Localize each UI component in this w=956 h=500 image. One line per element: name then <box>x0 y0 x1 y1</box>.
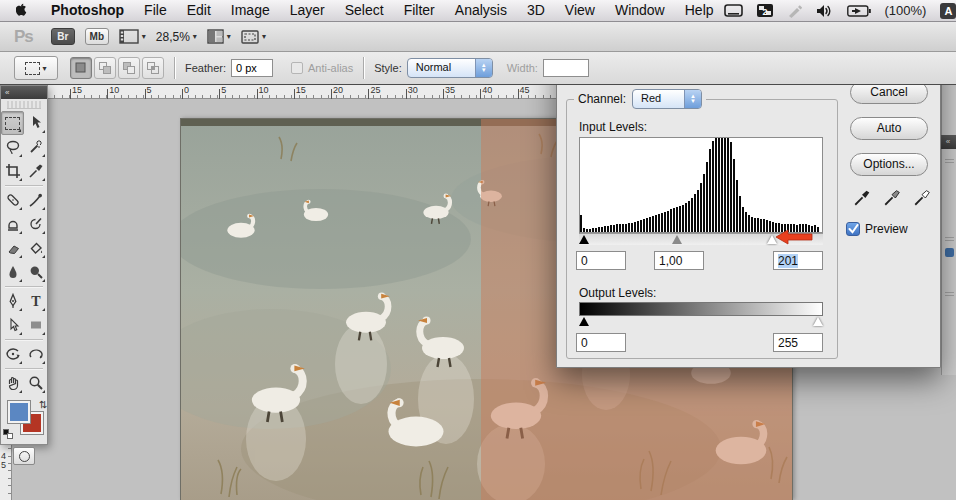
menu-help[interactable]: Help <box>675 0 724 21</box>
view-extras-dropdown[interactable]: ▾ <box>119 29 146 44</box>
tool-separator <box>5 286 43 287</box>
zoom-level-value[interactable]: 28,5% <box>156 30 190 44</box>
hand-icon <box>5 375 21 391</box>
eyedropper-tool[interactable] <box>24 159 47 183</box>
brush-tool[interactable] <box>24 188 47 212</box>
pen-tablet-icon[interactable] <box>787 4 802 18</box>
white-point-eyedropper-icon[interactable] <box>913 189 931 210</box>
menu-image[interactable]: Image <box>221 0 280 21</box>
menu-photoshop[interactable]: Photoshop <box>41 0 134 21</box>
3d-orbit-tool[interactable] <box>24 342 47 366</box>
lasso-tool[interactable] <box>1 135 24 159</box>
brush-icon <box>28 192 44 208</box>
display-icon[interactable] <box>724 4 743 18</box>
input-highlight-field[interactable]: 201 <box>773 251 823 270</box>
menu-layer[interactable]: Layer <box>280 0 335 21</box>
3d-rotate-icon <box>5 346 21 362</box>
style-dropdown[interactable]: Normal ▲▼ <box>407 58 493 78</box>
channel-dropdown[interactable]: Red ▲▼ <box>632 89 702 109</box>
menu-edit[interactable]: Edit <box>177 0 221 21</box>
menu-analysis[interactable]: Analysis <box>445 0 517 21</box>
input-source-icon[interactable]: A <box>940 3 956 19</box>
width-input[interactable] <box>543 59 589 77</box>
spaces-2-icon[interactable]: 2 <box>757 3 773 18</box>
type-tool[interactable]: T <box>24 289 47 313</box>
output-highlight-field[interactable]: 255 <box>773 333 823 352</box>
clone-stamp-icon <box>5 216 21 232</box>
menu-filter[interactable]: Filter <box>394 0 445 21</box>
history-brush-tool[interactable] <box>24 212 47 236</box>
input-shadow-field[interactable]: 0 <box>576 251 626 270</box>
path-selection-tool[interactable] <box>1 313 24 337</box>
spot-healing-brush-icon <box>5 192 21 208</box>
histogram-bar <box>637 221 639 232</box>
collapse-panel-tab[interactable]: « <box>1 86 47 99</box>
histogram-bar <box>625 224 627 232</box>
foreground-color-swatch[interactable] <box>8 401 30 423</box>
arrange-documents-dropdown[interactable]: ▾ <box>207 29 231 44</box>
pen-tool[interactable] <box>1 289 24 313</box>
marquee-tool-icon <box>25 62 40 75</box>
output-shadow-slider[interactable] <box>579 317 589 326</box>
rectangular-marquee-tool[interactable] <box>1 111 24 135</box>
input-midtone-slider[interactable] <box>672 235 682 244</box>
blur-tool[interactable] <box>1 260 24 284</box>
spot-healing-brush-tool[interactable] <box>1 188 24 212</box>
paint-bucket-tool[interactable] <box>24 236 47 260</box>
options-button[interactable]: Options... <box>850 153 928 176</box>
apple-menu-icon[interactable] <box>0 3 41 18</box>
new-selection-button[interactable] <box>70 57 92 79</box>
auto-button[interactable]: Auto <box>850 117 928 140</box>
rectangle-shape-tool[interactable] <box>24 313 47 337</box>
move-tool[interactable] <box>24 111 47 135</box>
clone-stamp-tool[interactable] <box>1 212 24 236</box>
anti-alias-checkbox[interactable] <box>291 62 303 74</box>
histogram-bar <box>754 218 756 232</box>
input-gamma-field[interactable]: 1,00 <box>654 251 704 270</box>
menu-select[interactable]: Select <box>335 0 394 21</box>
hand-tool[interactable] <box>1 371 24 395</box>
output-highlight-slider[interactable] <box>813 317 823 326</box>
dock-grip[interactable] <box>945 235 954 241</box>
3d-rotate-tool[interactable] <box>1 342 24 366</box>
ruler-label: 35 <box>445 85 455 95</box>
eraser-tool[interactable] <box>1 236 24 260</box>
histogram-bar <box>649 217 651 232</box>
bridge-button[interactable]: Br <box>51 28 75 45</box>
intersect-selection-button[interactable] <box>142 57 164 79</box>
black-point-eyedropper-icon[interactable] <box>853 189 871 210</box>
dock-grip[interactable] <box>945 290 954 296</box>
output-shadow-field[interactable]: 0 <box>576 333 626 352</box>
eyedropper-icon <box>28 163 44 179</box>
minibridge-button[interactable]: Mb <box>85 28 109 45</box>
dock-grip[interactable] <box>945 157 954 163</box>
gray-point-eyedropper-icon[interactable] <box>883 189 901 210</box>
default-colors-icon[interactable] <box>3 429 13 439</box>
tool-preset-picker[interactable]: ▾ <box>14 56 58 80</box>
histogram-bar <box>616 224 618 232</box>
menu-window[interactable]: Window <box>605 0 675 21</box>
feather-input[interactable] <box>231 59 273 77</box>
zoom-tool[interactable] <box>24 371 47 395</box>
crop-tool[interactable] <box>1 159 24 183</box>
preview-checkbox[interactable] <box>846 222 860 236</box>
screen-mode-dropdown[interactable]: ▾ <box>241 30 266 44</box>
menu-3d[interactable]: 3D <box>517 0 555 21</box>
dock-panel-icon[interactable] <box>945 248 954 257</box>
add-to-selection-button[interactable] <box>94 57 116 79</box>
quick-mask-button[interactable] <box>13 447 35 465</box>
palette-grip[interactable] <box>7 101 41 109</box>
battery-icon[interactable] <box>847 5 871 17</box>
magic-wand-tool[interactable] <box>24 135 47 159</box>
subtract-from-selection-button[interactable] <box>118 57 140 79</box>
menu-file[interactable]: File <box>134 0 177 21</box>
dodge-tool[interactable] <box>24 260 47 284</box>
dock-collapse-tab[interactable]: « <box>939 135 956 149</box>
input-shadow-slider[interactable] <box>579 235 589 244</box>
menu-view[interactable]: View <box>555 0 605 21</box>
volume-icon[interactable] <box>816 4 833 18</box>
zoom-level-dropdown[interactable]: 28,5% ▾ <box>156 30 197 44</box>
ruler-tick <box>182 89 183 99</box>
swap-colors-icon[interactable]: ⇄ <box>37 400 48 408</box>
output-levels-label: Output Levels: <box>579 286 656 300</box>
